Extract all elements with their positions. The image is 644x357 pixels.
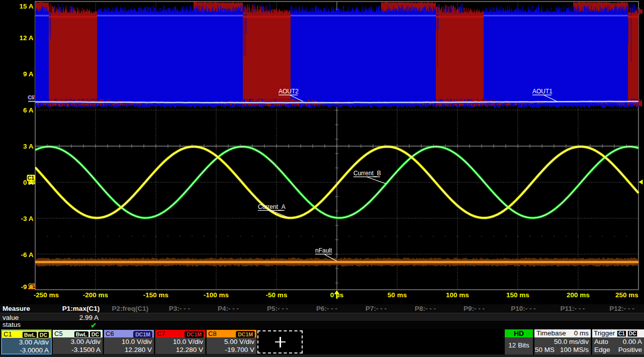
svg-text:50 ms: 50 ms (388, 291, 407, 299)
svg-text:-6 A: -6 A (21, 251, 33, 259)
svg-text:Current_B: Current_B (353, 170, 381, 177)
svg-text:Current_A: Current_A (258, 203, 286, 210)
svg-text:250 ms: 250 ms (615, 291, 638, 299)
svg-text:-100 ms: -100 ms (204, 291, 229, 299)
svg-text:C6: C6 (28, 94, 35, 100)
svg-text:-250 ms: -250 ms (34, 291, 59, 299)
svg-text:C8: C8 (28, 282, 35, 288)
svg-text:6 A: 6 A (23, 106, 34, 114)
svg-text:AOUT2: AOUT2 (279, 88, 299, 95)
svg-text:200 ms: 200 ms (567, 291, 590, 299)
svg-text:12 A: 12 A (19, 34, 33, 42)
svg-text:9 A: 9 A (23, 70, 34, 78)
svg-text:AOUT1: AOUT1 (532, 88, 553, 95)
svg-text:100 ms: 100 ms (446, 291, 469, 299)
svg-text:-3 A: -3 A (21, 215, 33, 222)
svg-text:150 ms: 150 ms (506, 291, 529, 299)
svg-text:-150 ms: -150 ms (143, 291, 168, 299)
svg-text:nFault: nFault (315, 247, 332, 254)
svg-text:-50 ms: -50 ms (266, 291, 288, 299)
svg-text:3 A: 3 A (23, 143, 34, 150)
svg-text:15 A: 15 A (19, 3, 33, 10)
svg-text:-200 ms: -200 ms (83, 291, 108, 299)
svg-text:C1: C1 (28, 175, 35, 181)
